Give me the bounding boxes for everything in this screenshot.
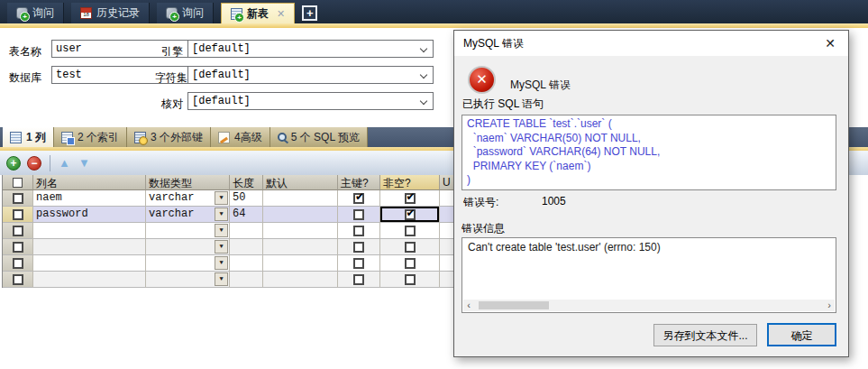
horizontal-scrollbar[interactable]: ‹ › [463,300,835,311]
save-to-file-button[interactable]: 另存到文本文件... [653,324,757,346]
engine-select[interactable]: [default] [187,40,434,58]
cell-length[interactable] [230,223,263,239]
subtab-sql-preview[interactable]: 5 个 SQL 预览 [270,127,368,147]
row-checkbox[interactable] [13,193,23,204]
pk-checkbox[interactable] [353,274,364,285]
cell-default[interactable] [263,190,338,207]
cell-not-null[interactable] [380,272,440,288]
type-dropdown-button[interactable]: ▼ [215,191,228,205]
cell-name[interactable] [33,239,146,255]
cell-clipped[interactable] [440,255,454,272]
tab-query-2[interactable]: 询问 [157,3,214,23]
scroll-right-icon[interactable]: › [824,300,835,310]
nn-checkbox[interactable] [405,226,416,236]
cell-type[interactable]: ▼ [146,255,230,272]
tab-query-1[interactable]: 询问 [7,3,64,23]
cell-default[interactable] [263,255,338,272]
cell-length[interactable] [230,272,263,288]
row-select-cell[interactable] [3,223,33,239]
pk-checkbox[interactable] [353,226,364,236]
cell-length[interactable] [230,255,263,272]
add-column-button[interactable]: + [6,156,21,171]
header-clipped[interactable]: U [440,175,454,190]
type-dropdown-button[interactable]: ▼ [215,272,228,286]
cell-not-null[interactable] [380,255,440,272]
cell-primary-key[interactable] [338,207,380,223]
row-checkbox[interactable] [13,226,23,236]
nn-checkbox[interactable] [405,242,416,253]
scrollbar-thumb[interactable] [479,301,549,309]
cell-type[interactable]: ▼ [146,272,230,288]
cell-name[interactable] [33,272,146,288]
charset-select[interactable]: [default] [187,66,434,84]
subtab-columns[interactable]: 1 列 [3,127,54,147]
cell-default[interactable] [263,272,338,288]
cell-length[interactable] [230,239,263,255]
executed-sql-box[interactable]: CREATE TABLE `test`.`user` ( `naem` VARC… [461,115,836,190]
collation-select[interactable]: [default] [187,92,434,110]
select-all-checkbox[interactable] [13,178,23,188]
pk-checkbox[interactable] [353,242,364,253]
new-tab-button[interactable]: + [302,5,317,21]
cell-length[interactable]: 50 [230,190,263,207]
nn-checkbox[interactable] [405,274,416,285]
select-all-cell[interactable] [3,175,33,190]
cell-name[interactable]: password [33,207,146,223]
header-default[interactable]: 默认 [263,175,338,190]
pk-checkbox[interactable] [353,258,364,269]
cell-default[interactable] [263,223,338,239]
cell-primary-key[interactable] [338,272,380,288]
move-up-button[interactable]: ▲ [59,156,70,171]
tab-history[interactable]: 历史记录 [71,3,150,23]
row-select-cell[interactable] [3,239,33,255]
remove-column-button[interactable]: − [27,156,41,171]
type-dropdown-button[interactable]: ▼ [215,256,228,270]
cell-type[interactable]: ▼ [146,239,230,255]
cell-type[interactable]: varchar▼ [146,207,230,223]
type-dropdown-button[interactable]: ▼ [215,240,228,254]
row-select-cell[interactable] [3,207,33,223]
cell-name[interactable] [33,255,146,272]
row-select-cell[interactable] [3,255,33,272]
row-checkbox[interactable] [13,242,23,253]
cell-default[interactable] [263,239,338,255]
move-down-button[interactable]: ▼ [78,156,90,171]
close-icon[interactable]: ✕ [821,36,839,51]
subtab-advanced[interactable]: 4高级 [211,127,270,147]
cell-length[interactable]: 64 [230,207,263,223]
row-checkbox[interactable] [13,209,23,220]
header-length[interactable]: 长度 [230,175,263,190]
cell-type[interactable]: varchar▼ [146,190,230,207]
error-message-box[interactable]: Can't create table 'test.user' (errno: 1… [461,237,836,313]
row-select-cell[interactable] [3,190,33,207]
nn-checkbox[interactable]: ✔ [405,193,416,204]
header-column-name[interactable]: 列名 [33,175,146,190]
tab-new-table[interactable]: 新表 ✕ [221,3,295,23]
cell-primary-key[interactable] [338,255,380,272]
dialog-title-bar[interactable]: MySQL 错误 ✕ [454,31,848,56]
nn-checkbox[interactable]: ✔ [405,209,416,220]
header-data-type[interactable]: 数据类型 [146,175,230,190]
header-primary-key[interactable]: 主键? [338,175,380,190]
header-not-null[interactable]: 非空? [380,175,440,190]
cell-type[interactable]: ▼ [146,223,230,239]
cell-clipped[interactable] [440,239,454,255]
close-tab-icon[interactable]: ✕ [277,8,285,20]
cell-not-null-selected[interactable]: ✔ [380,207,440,223]
scroll-left-icon[interactable]: ‹ [463,300,474,310]
pk-checkbox[interactable]: ✔ [353,193,364,204]
type-dropdown-button[interactable]: ▼ [215,208,228,221]
subtab-foreign-keys[interactable]: 3 个外部键 [127,127,211,147]
cell-default[interactable] [263,207,338,223]
cell-name[interactable] [33,223,146,239]
cell-primary-key[interactable]: ✔ [338,190,380,207]
cell-clipped[interactable] [440,190,454,207]
cell-not-null[interactable]: ✔ [380,190,440,207]
cell-name[interactable]: naem [33,190,146,207]
subtab-indexes[interactable]: 2 个索引 [54,127,127,147]
row-checkbox[interactable] [13,274,23,285]
cell-primary-key[interactable] [338,223,380,239]
cell-primary-key[interactable] [338,239,380,255]
nn-checkbox[interactable] [405,258,416,269]
cell-clipped[interactable] [440,272,454,288]
